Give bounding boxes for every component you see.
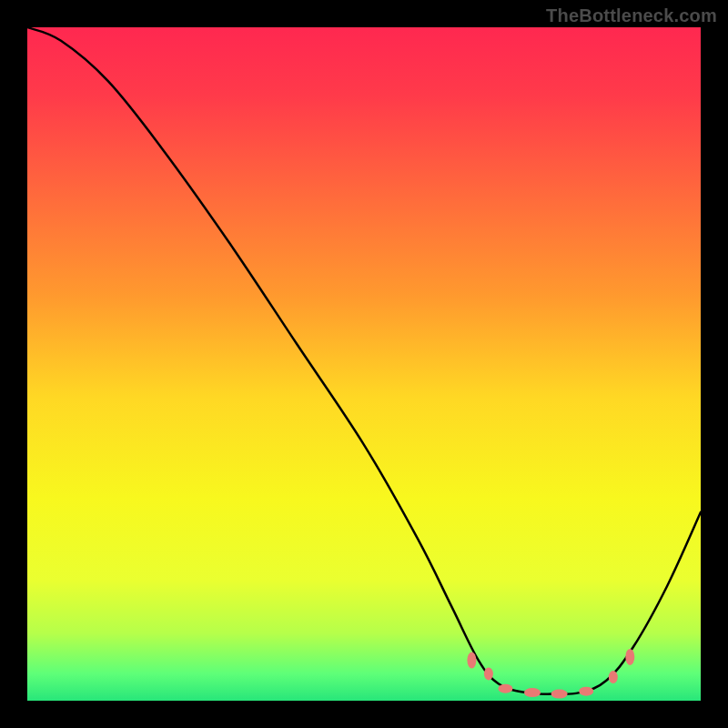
plot-area [27,27,701,701]
marker-dot [498,684,512,693]
marker-dot [625,649,634,665]
marker-dot [551,690,568,699]
chart-svg [27,27,701,701]
attribution-label: TheBottleneck.com [546,5,717,26]
marker-dot [609,671,618,683]
chart-container: TheBottleneck.com [0,0,728,728]
gradient-background [27,27,701,701]
marker-dot [524,688,541,697]
marker-dot [467,652,476,669]
marker-dot [484,667,493,680]
marker-dot [579,687,593,696]
